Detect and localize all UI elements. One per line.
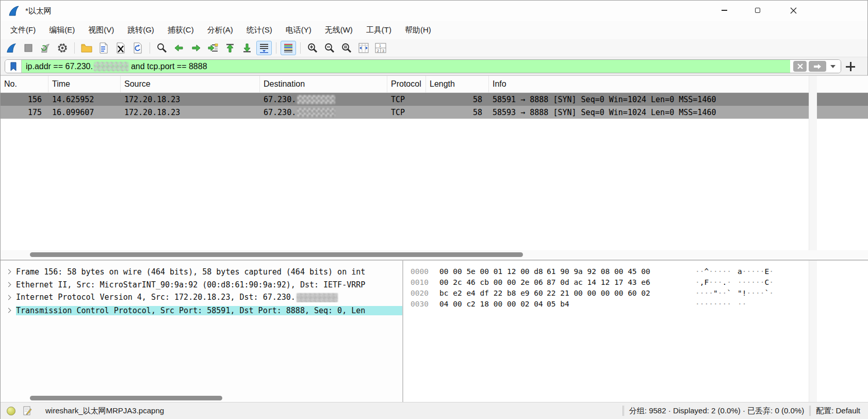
menu-file[interactable]: 文件(F) <box>4 22 42 38</box>
status-divider <box>623 406 624 416</box>
maximize-button[interactable] <box>746 1 769 20</box>
cell-source: 172.20.18.23 <box>121 106 260 119</box>
go-to-packet-button[interactable] <box>205 41 221 55</box>
packet-row-175[interactable]: 175 16.099607 172.20.18.23 67.230. TCP 5… <box>1 106 868 119</box>
detail-ip[interactable]: Internet Protocol Version 4, Src: 172.20… <box>1 291 402 304</box>
hex-row[interactable]: 0010 00 2c 46 cb 00 00 2e 06 87 0d ac 14… <box>404 277 809 287</box>
close-button[interactable] <box>781 1 805 20</box>
filter-bookmark-button[interactable] <box>5 60 22 73</box>
toolbar-separator <box>300 42 301 54</box>
zoom-reset-icon <box>341 42 352 54</box>
layout-button[interactable]: 1 2 3 <box>373 41 388 55</box>
hex-ascii: ······C· <box>738 278 774 286</box>
filter-apply-button[interactable] <box>809 61 826 72</box>
detail-tcp-selected[interactable]: Transmission Control Protocol, Src Port:… <box>1 304 402 317</box>
hex-row[interactable]: 0000 00 00 5e 00 01 12 00 d8 61 90 9a 92… <box>404 266 809 277</box>
hex-bytes: 05 b4 <box>547 300 650 308</box>
packet-list-hscrollbar[interactable] <box>1 250 868 259</box>
hex-ascii: ·· <box>738 300 746 308</box>
redacted-ip-block <box>297 293 338 302</box>
cell-no: 156 <box>1 93 48 106</box>
menu-tools[interactable]: 工具(T) <box>359 22 398 38</box>
col-destination[interactable]: Destination <box>260 76 387 92</box>
packet-list-vscrollbar[interactable] <box>809 76 817 250</box>
apply-arrow-icon <box>813 63 822 70</box>
col-source[interactable]: Source <box>121 76 260 92</box>
save-file-button[interactable] <box>96 41 111 55</box>
col-no[interactable]: No. <box>1 76 48 92</box>
go-first-button[interactable] <box>222 41 238 55</box>
zoom-out-button[interactable] <box>322 41 337 55</box>
detail-frame[interactable]: Frame 156: 58 bytes on wire (464 bits), … <box>1 265 402 278</box>
dest-prefix: 67.230. <box>264 95 296 104</box>
zoom-reset-button[interactable] <box>339 41 354 55</box>
expand-chevron-icon[interactable] <box>1 283 16 286</box>
filter-history-dropdown[interactable] <box>830 65 836 68</box>
expert-info-icon[interactable] <box>7 407 15 415</box>
scrollbar-thumb[interactable] <box>30 396 222 400</box>
menu-statistics[interactable]: 统计(S) <box>240 22 279 38</box>
menu-edit[interactable]: 编辑(E) <box>42 22 81 38</box>
menu-telephony[interactable]: 电话(Y) <box>279 22 318 38</box>
details-hscrollbar[interactable] <box>1 394 402 402</box>
minimize-button[interactable] <box>712 1 736 20</box>
expand-chevron-icon[interactable] <box>1 296 16 299</box>
redacted-ip-block <box>94 62 129 71</box>
start-capture-button[interactable] <box>4 41 19 55</box>
capture-comment-icon[interactable] <box>23 406 32 415</box>
arrow-down-bar-icon <box>241 42 253 54</box>
filter-clear-button[interactable] <box>793 61 807 72</box>
zoom-in-button[interactable] <box>305 41 320 55</box>
hex-row[interactable]: 0030 04 00 c2 18 00 00 02 04 05 b4 ·····… <box>404 298 809 309</box>
menu-capture[interactable]: 捕获(C) <box>161 22 201 38</box>
go-forward-button[interactable] <box>188 41 204 55</box>
menu-view[interactable]: 视图(V) <box>81 22 121 38</box>
profile-label[interactable]: 配置: Default <box>816 406 860 416</box>
auto-scroll-button[interactable] <box>256 41 272 55</box>
menu-go[interactable]: 跳转(G) <box>121 22 161 38</box>
capture-file-name[interactable]: wireshark_以太网MRPJA3.pcapng <box>45 406 164 416</box>
go-last-button[interactable] <box>239 41 255 55</box>
hex-row[interactable]: 0020 bc e2 e4 df 22 b8 e9 60 22 21 00 00… <box>404 287 809 298</box>
cell-length: 58 <box>426 106 489 119</box>
restart-capture-button[interactable] <box>38 41 53 55</box>
reload-file-button[interactable] <box>130 41 145 55</box>
capture-options-button[interactable] <box>55 41 70 55</box>
cell-protocol: TCP <box>387 93 426 106</box>
hex-ascii: "!····`· <box>738 289 774 297</box>
resize-columns-button[interactable] <box>356 41 371 55</box>
col-protocol[interactable]: Protocol <box>387 76 426 92</box>
menu-wireless[interactable]: 无线(W) <box>318 22 359 38</box>
menu-help[interactable]: 帮助(H) <box>398 22 438 38</box>
close-file-button[interactable] <box>113 41 128 55</box>
open-file-button[interactable] <box>79 41 94 55</box>
find-packet-button[interactable] <box>154 41 170 55</box>
packet-row-156[interactable]: 156 14.625952 172.20.18.23 67.230. TCP 5… <box>1 93 868 106</box>
hex-vscrollbar[interactable] <box>809 261 817 403</box>
filter-add-button[interactable] <box>845 61 856 72</box>
packet-details-pane: Frame 156: 58 bytes on wire (464 bits), … <box>1 261 403 403</box>
scrollbar-thumb[interactable] <box>30 252 523 257</box>
hex-bytes: 61 90 9a 92 08 00 45 00 <box>547 267 650 276</box>
colorize-button[interactable] <box>281 41 296 55</box>
stop-capture-button[interactable] <box>21 41 36 55</box>
zoom-out-icon <box>324 42 335 54</box>
resize-columns-icon <box>357 42 370 54</box>
folder-icon <box>81 43 92 53</box>
expand-chevron-icon[interactable] <box>1 270 16 273</box>
layout-icon: 1 2 3 <box>374 42 387 54</box>
cell-time: 16.099607 <box>48 106 121 119</box>
colorize-icon <box>283 42 294 54</box>
hex-bytes: bc e2 e4 df 22 b8 e9 60 <box>439 289 543 297</box>
detail-ethernet[interactable]: Ethernet II, Src: MicroStarINT_90:9a:92 … <box>1 278 402 291</box>
filter-text-suffix: and tcp.port == 8888 <box>131 62 207 71</box>
expand-chevron-icon[interactable] <box>1 309 16 312</box>
hex-ascii: ·,F···.· <box>695 278 734 286</box>
go-back-button[interactable] <box>171 41 187 55</box>
menu-analyze[interactable]: 分析(A) <box>201 22 240 38</box>
toolbar-separator <box>276 42 276 54</box>
col-length[interactable]: Length <box>426 76 489 92</box>
hex-ascii: ··^····· <box>695 267 734 276</box>
col-time[interactable]: Time <box>48 76 121 92</box>
display-filter-input[interactable]: ip.addr == 67.230. and tcp.port == 8888 <box>22 60 790 73</box>
